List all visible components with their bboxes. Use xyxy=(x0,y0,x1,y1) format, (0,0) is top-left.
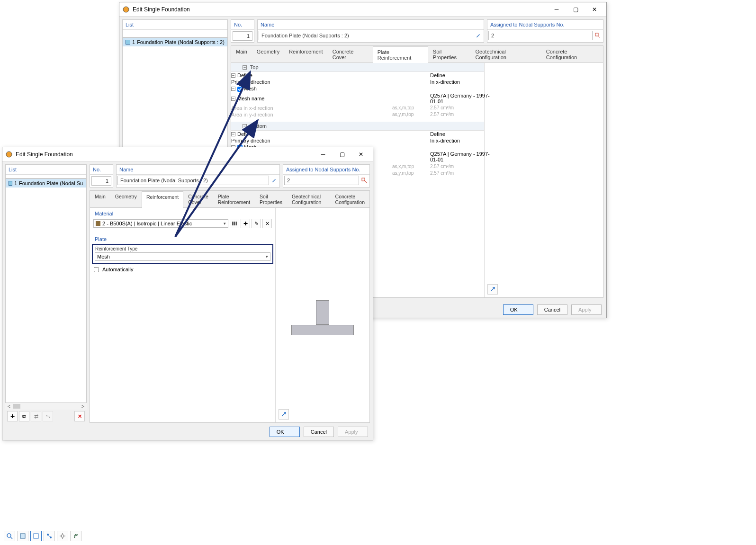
material-swatch-icon xyxy=(96,221,100,226)
unlink-icon[interactable]: ⇋ xyxy=(43,411,53,421)
tab-geotech-config[interactable]: Geotechnical Configuration xyxy=(287,191,331,207)
expand-panel-icon[interactable] xyxy=(487,284,498,295)
tab-concrete-cover[interactable]: Concrete Cover xyxy=(183,191,213,207)
titlebar[interactable]: Edit Single Foundation ─ ▢ ✕ xyxy=(119,2,606,17)
edit-name-icon[interactable] xyxy=(474,31,483,40)
tab-reinforcement[interactable]: Reinforcement xyxy=(142,191,183,208)
link-icon[interactable]: ⇄ xyxy=(31,411,41,421)
list-header: List xyxy=(6,165,86,175)
automatically-option[interactable]: Automatically xyxy=(92,264,273,275)
list-item[interactable]: 1 Foundation Plate (Nodal Supports : 2) xyxy=(6,179,86,188)
tab-plate-reinforcement[interactable]: Plate Reinforcement xyxy=(213,191,255,207)
tab-concrete-config[interactable]: Concrete Configuration xyxy=(541,46,603,63)
ok-button[interactable]: OK xyxy=(503,304,533,315)
collapse-icon[interactable]: − xyxy=(231,97,235,101)
tab-main[interactable]: Main xyxy=(90,191,110,207)
list-item-text: Foundation Plate (Nodal Supports : 2) xyxy=(19,180,83,186)
minimize-button[interactable]: ─ xyxy=(548,4,566,15)
tab-geometry[interactable]: Geometry xyxy=(252,46,284,63)
assign-header: Assigned to Nodal Supports No. xyxy=(283,165,369,175)
cancel-button[interactable]: Cancel xyxy=(537,304,567,315)
dialog-edit-single-foundation-front: Edit Single Foundation ─ ▢ ✕ List 1 Foun… xyxy=(2,147,373,440)
new-item-icon[interactable]: ✚ xyxy=(7,411,18,421)
list-toolbar: ✚ ⧉ ⇄ ⇋ ✕ xyxy=(5,410,87,423)
pier-shape xyxy=(316,300,329,325)
assign-field[interactable]: 2 xyxy=(488,31,593,40)
tab-geotech-config[interactable]: Geotechnical Configuration xyxy=(471,46,541,63)
pick-nodes-icon[interactable] xyxy=(360,176,369,185)
no-header: No. xyxy=(90,165,113,175)
tab-concrete-cover[interactable]: Concrete Cover xyxy=(328,46,373,63)
grid-icon[interactable] xyxy=(17,531,28,541)
pick-nodes-icon[interactable] xyxy=(594,31,602,40)
name-header: Name xyxy=(258,20,484,30)
material-select[interactable]: 2 - B500S(A) | Isotropic | Linear Elasti… xyxy=(93,219,228,228)
reinforcement-type-label: Reinforcement Type xyxy=(93,245,272,252)
preview-panel xyxy=(276,208,369,422)
tab-soil-properties[interactable]: Soil Properties xyxy=(428,46,471,63)
delete-item-icon[interactable]: ✕ xyxy=(74,411,85,421)
svg-rect-12 xyxy=(34,534,38,538)
cancel-button[interactable]: Cancel xyxy=(304,427,334,437)
collapse-icon[interactable]: − xyxy=(243,65,247,70)
apply-button[interactable]: Apply xyxy=(338,427,368,437)
list-item[interactable]: 1 Foundation Plate (Nodal Supports : 2) xyxy=(123,38,227,46)
material-edit-icon[interactable]: ✎ xyxy=(252,219,261,228)
no-field[interactable]: 1 xyxy=(91,176,111,186)
duplicate-item-icon[interactable]: ⧉ xyxy=(19,411,29,421)
horizontal-scrollbar[interactable]: < > xyxy=(5,403,87,410)
titlebar[interactable]: Edit Single Foundation ─ ▢ ✕ xyxy=(2,147,373,161)
collapse-icon[interactable]: − xyxy=(231,73,235,78)
maximize-button[interactable]: ▢ xyxy=(567,4,585,15)
side-panel xyxy=(485,63,603,297)
svg-point-16 xyxy=(61,535,64,537)
settings-icon[interactable] xyxy=(57,531,68,541)
surface-icon[interactable] xyxy=(30,531,42,541)
no-field[interactable]: 1 xyxy=(233,31,252,41)
list-items[interactable]: 1 Foundation Plate (Nodal Supports : 2) xyxy=(5,179,87,403)
nodes-icon[interactable] xyxy=(44,531,55,541)
scroll-thumb[interactable] xyxy=(13,404,20,409)
list-item-num: 1 xyxy=(14,180,17,186)
name-field[interactable]: Foundation Plate (Nodal Supports : 2) xyxy=(259,31,473,40)
apply-button[interactable]: Apply xyxy=(571,304,602,315)
tab-geometry[interactable]: Geometry xyxy=(110,191,142,207)
tab-reinforcement[interactable]: Reinforcement xyxy=(284,46,328,63)
ok-button[interactable]: OK xyxy=(270,427,300,437)
tab-concrete-config[interactable]: Concrete Configuration xyxy=(331,191,369,207)
close-button[interactable]: ✕ xyxy=(585,4,603,15)
material-library-icon[interactable] xyxy=(230,219,239,228)
expand-panel-icon[interactable] xyxy=(279,409,289,420)
plate-header: Plate xyxy=(92,233,273,243)
scroll-left-icon[interactable]: < xyxy=(6,404,12,409)
section-top[interactable]: − Top xyxy=(231,63,484,72)
close-button[interactable]: ✕ xyxy=(352,149,370,160)
material-value: 2 - B500S(A) | Isotropic | Linear Elasti… xyxy=(102,221,192,226)
svg-point-9 xyxy=(7,534,11,537)
section-bottom[interactable]: − Bottom xyxy=(231,122,484,131)
window-title: Edit Single Foundation xyxy=(16,151,314,158)
reinforcement-type-select[interactable]: Mesh ▾ xyxy=(95,252,270,261)
minimize-button[interactable]: ─ xyxy=(314,149,332,160)
svg-point-2 xyxy=(6,152,12,157)
tab-soil-properties[interactable]: Soil Properties xyxy=(255,191,287,207)
collapse-icon[interactable]: − xyxy=(231,132,235,136)
tab-main[interactable]: Main xyxy=(231,46,252,63)
collapse-icon[interactable]: − xyxy=(231,87,235,91)
material-new-icon[interactable]: ✚ xyxy=(241,219,250,228)
assign-field[interactable]: 2 xyxy=(284,176,359,185)
collapse-icon[interactable]: − xyxy=(243,124,247,128)
material-delete-icon[interactable]: ✕ xyxy=(262,219,272,228)
maximize-button[interactable]: ▢ xyxy=(333,149,351,160)
edit-name-icon[interactable] xyxy=(270,176,279,185)
material-header: Material xyxy=(92,208,273,217)
function-icon[interactable]: f² xyxy=(70,531,81,541)
automatically-checkbox[interactable] xyxy=(94,267,99,272)
reinforcement-type-highlight: Reinforcement Type Mesh ▾ xyxy=(92,244,273,264)
scroll-right-icon[interactable]: > xyxy=(80,404,86,409)
tab-plate-reinforcement[interactable]: Plate Reinforcement xyxy=(373,46,428,63)
mesh-top-checkbox[interactable] xyxy=(237,87,243,92)
app-icon xyxy=(5,151,13,158)
search-icon[interactable] xyxy=(4,531,15,541)
name-field[interactable]: Foundation Plate (Nodal Supports : 2) xyxy=(117,176,269,185)
